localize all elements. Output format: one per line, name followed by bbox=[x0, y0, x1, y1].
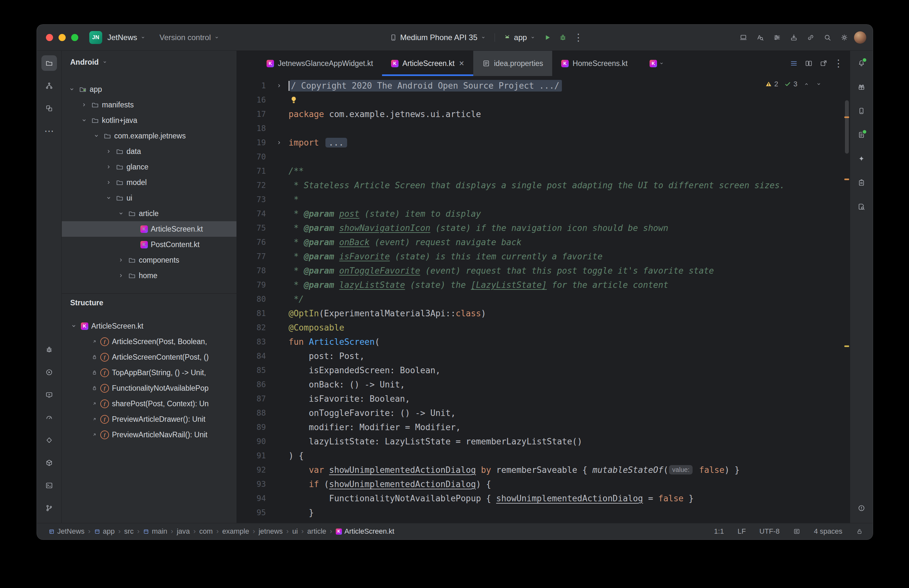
more-tool-windows-button[interactable]: ⋯ bbox=[41, 123, 57, 139]
tree-item-com-example-jetnews[interactable]: com.example.jetnews bbox=[62, 128, 236, 144]
code-line-75[interactable]: 75 * @param showNavigationIcon (state) i… bbox=[237, 221, 850, 235]
error-stripe-mark[interactable] bbox=[844, 116, 849, 118]
terminal-button[interactable] bbox=[41, 478, 57, 493]
line-number[interactable]: 87 bbox=[237, 394, 266, 403]
warnings-counter[interactable]: 2 bbox=[765, 80, 778, 88]
indent-widget[interactable] bbox=[793, 528, 800, 535]
code-editor[interactable]: 1/ Copyright 2020 The Android Open Sourc… bbox=[237, 76, 850, 523]
tree-item-app[interactable]: app bbox=[62, 81, 236, 97]
code-line-90[interactable]: 90 lazyListState: LazyListState = rememb… bbox=[237, 435, 850, 449]
tab-idea-properties[interactable]: idea.properties bbox=[473, 51, 552, 76]
code-line-94[interactable]: 94 FunctionalityNotAvailablePopup { show… bbox=[237, 491, 850, 506]
line-number[interactable]: 73 bbox=[237, 195, 266, 204]
close-tab-icon[interactable]: × bbox=[459, 59, 464, 68]
line-number[interactable]: 95 bbox=[237, 508, 266, 517]
code-line-76[interactable]: 76 * @param onBack (event) request navig… bbox=[237, 235, 850, 249]
line-number[interactable]: 82 bbox=[237, 323, 266, 332]
indent-size[interactable]: 4 spaces bbox=[814, 527, 842, 536]
structure-item-topappbar-string-unit[interactable]: fTopAppBar(String, () -> Unit, bbox=[62, 365, 236, 380]
code-line-81[interactable]: 81@OptIn(ExperimentalMaterial3Api::class… bbox=[237, 306, 850, 320]
line-number[interactable]: 75 bbox=[237, 223, 266, 233]
code-line-72[interactable]: 72 * Stateless Article Screen that displ… bbox=[237, 178, 850, 192]
resource-manager-button[interactable] bbox=[41, 100, 57, 116]
tree-item-articlescreen-kt[interactable]: KArticleScreen.kt bbox=[62, 221, 236, 237]
breadcrumb-article[interactable]: article bbox=[307, 527, 326, 536]
folded-region[interactable]: / Copyright 2020 The Android Open Source… bbox=[290, 80, 562, 92]
line-number[interactable]: 77 bbox=[237, 252, 266, 261]
tree-item-glance[interactable]: glance bbox=[62, 159, 236, 174]
chevron-right-icon[interactable] bbox=[105, 163, 113, 171]
device-manager-button[interactable] bbox=[854, 103, 869, 119]
tree-item-postcontent-kt[interactable]: KPostContent.kt bbox=[62, 237, 236, 252]
breadcrumb-com[interactable]: com bbox=[199, 527, 213, 536]
editor-options-button[interactable]: ⋮ bbox=[832, 57, 845, 70]
chevron-down-icon[interactable] bbox=[69, 322, 78, 330]
chevron-right-icon[interactable] bbox=[105, 147, 113, 155]
user-avatar[interactable] bbox=[854, 31, 866, 44]
chevron-right-icon[interactable] bbox=[117, 271, 125, 280]
line-number[interactable]: 86 bbox=[237, 380, 266, 389]
code-line-95[interactable]: 95 } bbox=[237, 506, 850, 520]
code-line-86[interactable]: 86 onBack: () -> Unit, bbox=[237, 378, 850, 392]
file-encoding[interactable]: UTF-8 bbox=[760, 527, 780, 536]
line-number[interactable]: 71 bbox=[237, 166, 266, 176]
code-line-92[interactable]: 92 var showUnimplementedActionDialog by … bbox=[237, 463, 850, 477]
minimize-window-button[interactable] bbox=[58, 34, 66, 41]
error-stripe-mark[interactable] bbox=[844, 346, 849, 347]
line-number[interactable]: 85 bbox=[237, 366, 266, 375]
code-analysis-button[interactable] bbox=[753, 31, 767, 45]
search-everywhere-button[interactable] bbox=[820, 31, 835, 45]
fold-marker-icon[interactable] bbox=[266, 139, 285, 146]
inspections-widget[interactable]: 2 3 bbox=[765, 80, 822, 88]
passed-counter[interactable]: 3 bbox=[784, 80, 798, 88]
notifications-button[interactable] bbox=[854, 55, 869, 71]
caret-position[interactable]: 1:1 bbox=[714, 527, 724, 536]
previous-problem-button[interactable] bbox=[803, 81, 810, 87]
breadcrumb-main[interactable]: main bbox=[143, 527, 167, 536]
code-line-78[interactable]: 78 * @param onToggleFavorite (event) req… bbox=[237, 263, 850, 278]
line-number[interactable]: 90 bbox=[237, 437, 266, 446]
chevron-down-icon[interactable] bbox=[92, 132, 101, 140]
project-button[interactable] bbox=[41, 55, 57, 71]
line-number[interactable]: 16 bbox=[237, 95, 266, 105]
editor-scrollbar[interactable] bbox=[845, 100, 849, 153]
detach-editor-button[interactable] bbox=[817, 57, 830, 70]
chevron-right-icon[interactable] bbox=[117, 256, 125, 264]
line-number[interactable]: 91 bbox=[237, 451, 266, 460]
code-line-93[interactable]: 93 if (showUnimplementedActionDialog) { bbox=[237, 477, 850, 491]
code-line-1[interactable]: 1/ Copyright 2020 The Android Open Sourc… bbox=[237, 79, 850, 93]
chevron-down-icon[interactable] bbox=[117, 209, 125, 218]
app-quality-insights-button[interactable] bbox=[41, 342, 57, 357]
tree-item-manifests[interactable]: manifests bbox=[62, 97, 236, 113]
settings-button[interactable] bbox=[837, 31, 851, 45]
commit-button[interactable] bbox=[41, 78, 57, 94]
line-number[interactable]: 17 bbox=[237, 110, 266, 119]
code-line-19[interactable]: 19import ... bbox=[237, 136, 850, 150]
run-configuration-selector[interactable]: app bbox=[500, 31, 539, 44]
run-button[interactable] bbox=[540, 31, 554, 45]
tree-item-kotlin-java[interactable]: kotlin+java bbox=[62, 113, 236, 128]
code-line-17[interactable]: 17package com.example.jetnews.ui.article bbox=[237, 107, 850, 121]
breadcrumb-example[interactable]: example bbox=[222, 527, 249, 536]
code-line-74[interactable]: 74 * @param post (state) item to display bbox=[237, 207, 850, 221]
dependencies-button[interactable] bbox=[854, 127, 869, 143]
line-separator[interactable]: LF bbox=[738, 527, 746, 536]
tab-homescreens-kt[interactable]: KHomeScreens.kt bbox=[552, 51, 637, 76]
code-line-70[interactable]: 70 bbox=[237, 150, 850, 164]
line-number[interactable]: 81 bbox=[237, 309, 266, 318]
chevron-down-icon[interactable] bbox=[105, 194, 113, 202]
readonly-toggle[interactable] bbox=[856, 528, 863, 535]
problems-button[interactable] bbox=[854, 500, 869, 516]
structure-item-previewarticledrawer-unit[interactable]: fPreviewArticleDrawer(): Unit bbox=[62, 411, 236, 427]
line-number[interactable]: 72 bbox=[237, 181, 266, 190]
breadcrumb-jetnews[interactable]: jetnews bbox=[258, 527, 283, 536]
line-number[interactable]: 1 bbox=[237, 81, 266, 90]
tab-articlescreen-kt[interactable]: KArticleScreen.kt× bbox=[382, 51, 473, 76]
line-number[interactable]: 80 bbox=[237, 295, 266, 304]
line-number[interactable]: 84 bbox=[237, 352, 266, 360]
code-line-71[interactable]: 71/** bbox=[237, 164, 850, 178]
folded-region[interactable]: ... bbox=[325, 138, 347, 147]
project-menu[interactable]: JetNews bbox=[104, 31, 149, 44]
structure-item-articlescreen-post-boolean[interactable]: fArticleScreen(Post, Boolean, bbox=[62, 334, 236, 349]
code-line-80[interactable]: 80 */ bbox=[237, 292, 850, 306]
